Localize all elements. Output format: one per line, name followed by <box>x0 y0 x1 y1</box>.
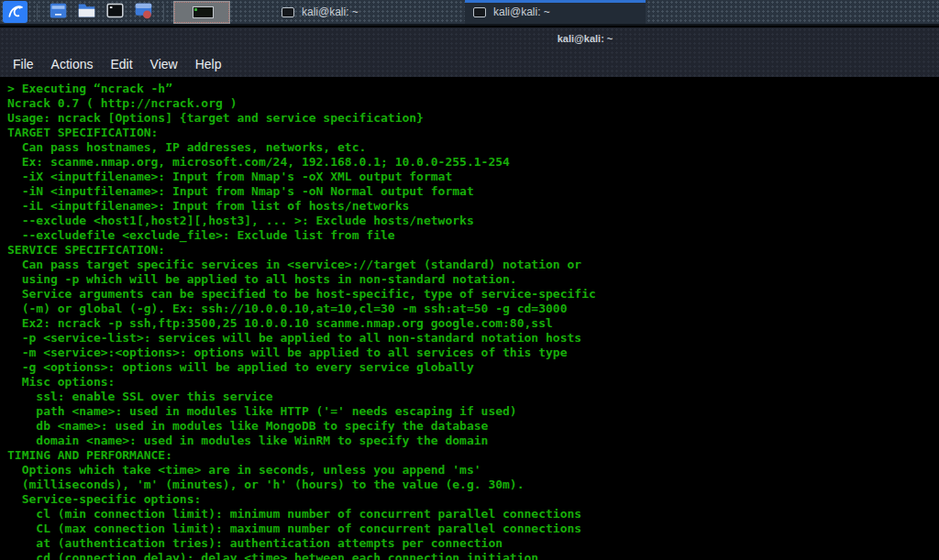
terminal-line: Service-specific options: <box>7 492 939 507</box>
terminal-line: Misc options: <box>7 375 939 390</box>
terminal-line: Options which take <time> are in seconds… <box>7 463 939 478</box>
kali-menu-button[interactable] <box>3 1 28 23</box>
terminal-line: --excludefile <exclude_file>: Exclude li… <box>7 228 939 243</box>
menu-file[interactable]: File <box>13 57 34 71</box>
terminal-line: > Executing “ncrack -h” <box>7 82 939 96</box>
terminal-line: -iL <inputfilename>: Input from list of … <box>7 199 939 214</box>
terminal-output[interactable]: > Executing “ncrack -h”Ncrack 0.7 ( http… <box>0 77 939 560</box>
terminal-line: Can pass target specific services in <se… <box>7 258 939 272</box>
terminal-line: db <name>: used in modules like MongoDB … <box>7 419 939 434</box>
terminal-line: TIMING AND PERFORMANCE: <box>7 448 939 463</box>
terminal-launcher[interactable] <box>104 1 126 23</box>
terminal-line: (milliseconds), 'm' (minutes), or 'h' (h… <box>7 478 939 492</box>
terminal-line: -g <options>: options will be applied to… <box>7 360 939 375</box>
panel-separator <box>163 4 164 20</box>
terminal-line: --exclude <host1[,host2][,host3], ... >:… <box>7 214 939 228</box>
terminal-line: Ex2: ncrack -p ssh,ftp:3500,25 10.0.0.10… <box>7 316 939 331</box>
menu-edit[interactable]: Edit <box>110 57 132 71</box>
terminal-line: cd (connection delay): delay <time> betw… <box>7 551 939 560</box>
workspace-window-thumbnail <box>193 6 214 18</box>
terminal-line: SERVICE SPECIFICATION: <box>7 243 939 258</box>
panel-separator <box>37 4 38 20</box>
terminal-line: Usage: ncrack [Options] {target and serv… <box>7 111 939 126</box>
menubar: File Actions Edit View Help <box>0 51 939 77</box>
taskbar-window-label: kali@kali: ~ <box>302 5 359 18</box>
terminal-line: at (authentication tries): authenticatio… <box>7 536 939 551</box>
window-title: kali@kali: ~ <box>558 27 613 51</box>
terminal-line: cl (min connection limit): minimum numbe… <box>7 507 939 522</box>
top-panel: kali@kali: ~kali@kali: ~ <box>0 0 939 26</box>
menu-help[interactable]: Help <box>195 57 222 71</box>
terminal-line: -p <service-list>: services will be appl… <box>7 331 939 346</box>
desktop-screen: kali@kali: ~kali@kali: ~ kali@kali: ~ Fi… <box>0 0 939 560</box>
taskbar-window-button[interactable]: kali@kali: ~ <box>273 0 463 24</box>
terminal-launcher-icon <box>105 1 125 23</box>
taskbar-window-button[interactable]: kali@kali: ~ <box>465 0 646 24</box>
terminal-line: Ncrack 0.7 ( http://ncrack.org ) <box>7 96 939 111</box>
screen-recorder-icon <box>134 1 153 23</box>
terminal-line: TARGET SPECIFICATION: <box>7 126 939 140</box>
terminal-line: Ex: scanme.nmap.org, microsoft.com/24, 1… <box>7 155 939 170</box>
terminal-line: -iN <inputfilename>: Input from Nmap's -… <box>7 184 939 199</box>
terminal-line: Service arguments can be specified to be… <box>7 287 939 302</box>
file-manager-icon <box>49 1 68 23</box>
kali-dragon-icon <box>6 2 25 23</box>
terminal-line: (-m) or global (-g). Ex: ssh://10.0.0.10… <box>7 302 939 316</box>
terminal-line: -iX <inputfilename>: Input from Nmap's -… <box>7 170 939 184</box>
terminal-line: -m <service>:<options>: options will be … <box>7 346 939 360</box>
screen-recorder-launcher[interactable] <box>132 1 154 23</box>
terminal-window-bar: kali@kali: ~ File Actions Edit View Help <box>0 27 939 77</box>
terminal-line: Can pass hostnames, IP addresses, networ… <box>7 140 939 155</box>
terminal-line: domain <name>: used in modules like WinR… <box>7 434 939 448</box>
menu-actions[interactable]: Actions <box>51 57 94 71</box>
folder-icon <box>77 1 96 23</box>
folder-launcher[interactable] <box>75 1 97 23</box>
terminal-line: CL (max connection limit): maximum numbe… <box>7 522 939 536</box>
taskbar-window-label: kali@kali: ~ <box>493 5 550 18</box>
terminal-line: ssl: enable SSL over this service <box>7 390 939 404</box>
workspace-switcher[interactable] <box>173 1 230 24</box>
terminal-window-icon <box>473 7 486 17</box>
terminal-line: using -p which will be applied to all ho… <box>7 272 939 287</box>
menu-view[interactable]: View <box>150 57 178 71</box>
file-manager-launcher[interactable] <box>47 1 69 23</box>
terminal-window-icon <box>282 7 294 17</box>
terminal-line: path <name>: used in modules like HTTP (… <box>7 404 939 419</box>
